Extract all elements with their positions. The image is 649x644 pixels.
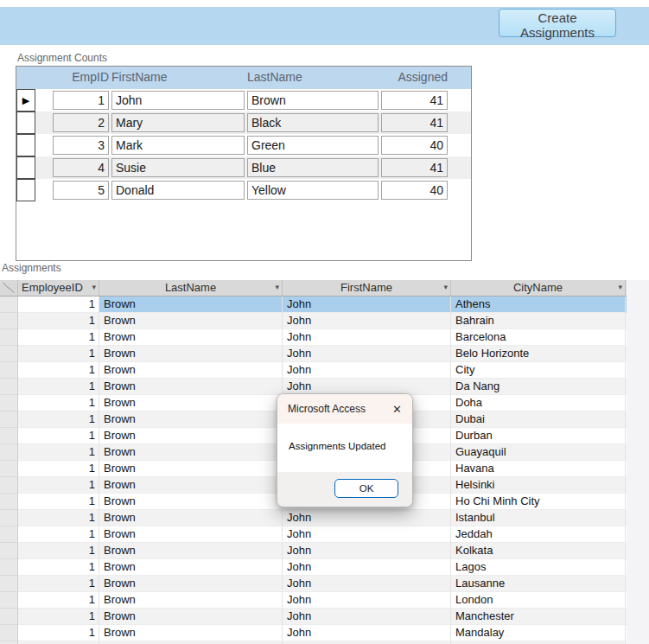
empid-cell[interactable]: 2	[53, 113, 109, 132]
lastname-cell[interactable]: Brown	[99, 411, 283, 428]
firstname-cell[interactable]: John	[283, 313, 451, 329]
firstname-cell[interactable]: John	[283, 296, 451, 313]
lastname-cell[interactable]: Brown	[99, 510, 283, 526]
assigned-cell[interactable]: 40	[381, 136, 448, 155]
lastname-cell[interactable]: Brown	[99, 444, 283, 461]
row-selector[interactable]	[0, 625, 18, 641]
employeeid-cell[interactable]: 1	[18, 329, 99, 346]
assigned-cell[interactable]: 40	[381, 181, 448, 200]
lastname-cell[interactable]: Brown	[99, 494, 283, 510]
firstname-cell[interactable]: John	[283, 329, 451, 346]
employeeid-cell[interactable]: 1	[18, 494, 99, 510]
assigned-cell[interactable]: 41	[381, 113, 448, 132]
row-selector[interactable]	[0, 461, 18, 477]
ok-button[interactable]: OK	[334, 479, 398, 498]
row-selector[interactable]	[0, 411, 18, 428]
cityname-cell[interactable]: Lausanne	[451, 576, 626, 592]
empid-cell[interactable]: 5	[53, 181, 109, 200]
lastname-cell[interactable]: Brown	[99, 428, 283, 444]
cityname-cell[interactable]: Lagos	[451, 559, 626, 576]
column-header-lastname[interactable]: LastName ▾	[99, 280, 283, 296]
record-selector[interactable]	[16, 179, 35, 201]
cityname-cell[interactable]: Mandalay	[451, 625, 626, 641]
lastname-cell[interactable]: Black	[247, 113, 379, 132]
firstname-cell[interactable]: John	[283, 543, 451, 559]
cityname-cell[interactable]: Bahrain	[451, 313, 626, 329]
firstname-cell[interactable]: John	[283, 625, 451, 641]
row-selector[interactable]	[0, 444, 18, 461]
row-selector[interactable]	[0, 346, 18, 362]
lastname-cell[interactable]: Brown	[247, 91, 379, 110]
cityname-cell[interactable]: Ho Chi Minh City	[451, 494, 626, 510]
employeeid-cell[interactable]: 1	[18, 576, 99, 592]
firstname-cell[interactable]: Mark	[111, 136, 245, 155]
cityname-cell[interactable]: Athens	[451, 296, 626, 313]
cityname-cell[interactable]: Barcelona	[451, 329, 626, 346]
lastname-cell[interactable]: Brown	[99, 526, 283, 543]
firstname-cell[interactable]: John	[283, 526, 451, 543]
firstname-cell[interactable]: John	[283, 362, 451, 379]
dropdown-arrow-icon[interactable]: ▾	[618, 280, 622, 295]
column-header-employeeid[interactable]: EmployeeID ▾	[18, 280, 99, 296]
lastname-cell[interactable]: Brown	[99, 477, 283, 494]
lastname-cell[interactable]: Brown	[99, 362, 283, 379]
firstname-cell[interactable]: John	[283, 559, 451, 576]
record-selector[interactable]: ▶	[16, 89, 35, 112]
assigned-cell[interactable]: 41	[381, 158, 448, 177]
lastname-cell[interactable]: Brown	[99, 313, 283, 329]
record-selector[interactable]	[16, 112, 35, 134]
employeeid-cell[interactable]: 1	[18, 296, 99, 313]
lastname-cell[interactable]: Brown	[99, 461, 283, 477]
row-selector[interactable]	[0, 329, 18, 346]
employeeid-cell[interactable]: 1	[18, 461, 99, 477]
firstname-cell[interactable]: John	[283, 609, 451, 625]
firstname-cell[interactable]: John	[283, 592, 451, 609]
employeeid-cell[interactable]: 1	[18, 379, 99, 395]
firstname-cell[interactable]: Donald	[111, 181, 245, 200]
lastname-cell[interactable]: Brown	[99, 609, 283, 625]
cityname-cell[interactable]: Durban	[451, 428, 626, 444]
lastname-cell[interactable]: Brown	[99, 379, 283, 395]
dropdown-arrow-icon[interactable]: ▾	[92, 280, 96, 295]
row-selector[interactable]	[0, 296, 18, 313]
cityname-cell[interactable]: Doha	[451, 395, 626, 411]
lastname-cell[interactable]: Green	[247, 136, 379, 155]
cityname-cell[interactable]: Guayaquil	[451, 444, 626, 461]
empid-cell[interactable]: 1	[53, 91, 109, 110]
employeeid-cell[interactable]: 1	[18, 543, 99, 559]
firstname-cell[interactable]: John	[283, 510, 451, 526]
row-selector[interactable]	[0, 428, 18, 444]
lastname-cell[interactable]: Yellow	[247, 181, 379, 200]
select-all-corner[interactable]	[0, 280, 18, 296]
close-icon[interactable]: ✕	[392, 404, 402, 415]
employeeid-cell[interactable]: 1	[18, 559, 99, 576]
employeeid-cell[interactable]: 1	[18, 428, 99, 444]
lastname-cell[interactable]: Brown	[99, 592, 283, 609]
row-selector[interactable]	[0, 395, 18, 411]
lastname-cell[interactable]: Brown	[99, 346, 283, 362]
firstname-cell[interactable]: John	[283, 576, 451, 592]
cityname-cell[interactable]: City	[451, 362, 626, 379]
employeeid-cell[interactable]: 1	[18, 592, 99, 609]
dropdown-arrow-icon[interactable]: ▾	[443, 280, 448, 295]
firstname-cell[interactable]: John	[111, 91, 245, 110]
row-selector[interactable]	[0, 362, 18, 379]
row-selector[interactable]	[0, 543, 18, 559]
lastname-cell[interactable]: Brown	[99, 576, 283, 592]
cityname-cell[interactable]: Belo Horizonte	[451, 346, 626, 362]
row-selector[interactable]	[0, 313, 18, 329]
employeeid-cell[interactable]: 1	[18, 444, 99, 461]
cityname-cell[interactable]: Da Nang	[451, 379, 626, 395]
row-selector[interactable]	[0, 609, 18, 625]
row-selector[interactable]	[0, 559, 18, 576]
employeeid-cell[interactable]: 1	[18, 362, 99, 379]
firstname-cell[interactable]: John	[283, 346, 451, 362]
cityname-cell[interactable]: Jeddah	[451, 526, 626, 543]
record-selector[interactable]	[16, 156, 35, 179]
row-selector[interactable]	[0, 494, 18, 510]
employeeid-cell[interactable]: 1	[18, 609, 99, 625]
firstname-cell[interactable]: Mary	[111, 113, 245, 132]
column-header-firstname[interactable]: FirstName ▾	[283, 280, 451, 296]
cityname-cell[interactable]: Dubai	[451, 411, 626, 428]
empid-cell[interactable]: 4	[53, 158, 109, 177]
